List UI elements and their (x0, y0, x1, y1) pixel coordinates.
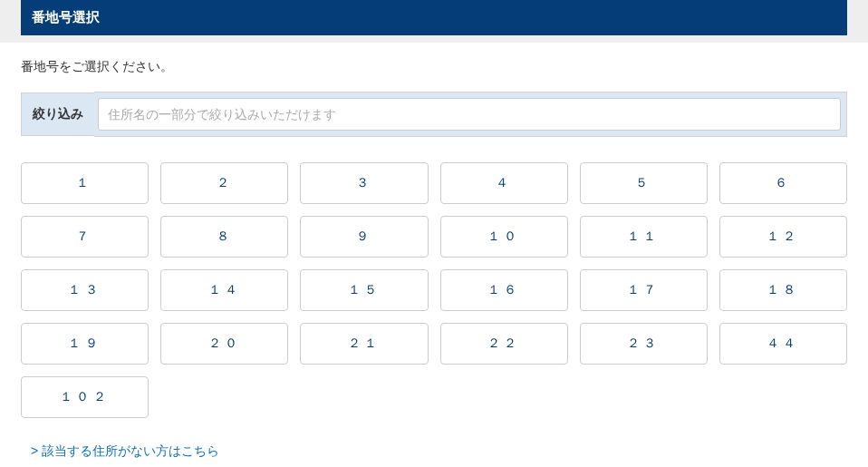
option-button[interactable]: １０２ (21, 376, 149, 418)
content-area: 番地号をご選択ください。 絞り込み １２３４５６７８９１０１１１２１３１４１５１… (0, 43, 868, 467)
option-button[interactable]: ２０ (160, 323, 288, 365)
option-button[interactable]: １８ (719, 269, 847, 311)
option-button[interactable]: ２２ (440, 323, 568, 365)
option-button[interactable]: １０ (440, 216, 568, 258)
option-button[interactable]: １４ (160, 269, 288, 311)
footer-link-wrap: > 該当する住所がない方はこちら (0, 429, 868, 467)
option-button[interactable]: ９ (300, 216, 428, 258)
option-button[interactable]: ８ (160, 216, 288, 258)
option-button[interactable]: ２ (160, 162, 288, 204)
option-button[interactable]: ２３ (580, 323, 708, 365)
options-grid-wrap: １２３４５６７８９１０１１１２１３１４１５１６１７１８１９２０２１２２２３４４１… (0, 144, 868, 429)
filter-input[interactable] (98, 98, 841, 131)
options-grid: １２３４５６７８９１０１１１２１３１４１５１６１７１８１９２０２１２２２３４４１… (21, 162, 847, 418)
option-button[interactable]: １３ (21, 269, 149, 311)
option-button[interactable]: １９ (21, 323, 149, 365)
option-button[interactable]: ４ (440, 162, 568, 204)
no-match-link[interactable]: > 該当する住所がない方はこちら (31, 443, 219, 458)
instruction-text: 番地号をご選択ください。 (0, 43, 868, 92)
option-button[interactable]: １ (21, 162, 149, 204)
filter-row: 絞り込み (21, 92, 847, 137)
page-container: 番地号選択 番地号をご選択ください。 絞り込み １２３４５６７８９１０１１１２１… (0, 0, 868, 467)
option-button[interactable]: ５ (580, 162, 708, 204)
filter-label: 絞り込み (21, 92, 94, 136)
option-button[interactable]: ３ (300, 162, 428, 204)
filter-input-wrap (94, 92, 847, 137)
option-button[interactable]: ４４ (719, 323, 847, 365)
option-button[interactable]: ２１ (300, 323, 428, 365)
option-button[interactable]: ６ (719, 162, 847, 204)
option-button[interactable]: ７ (21, 216, 149, 258)
option-button[interactable]: １６ (440, 269, 568, 311)
option-button[interactable]: １１ (580, 216, 708, 258)
option-button[interactable]: １７ (580, 269, 708, 311)
option-button[interactable]: １５ (300, 269, 428, 311)
section-title: 番地号選択 (32, 9, 100, 24)
section-header: 番地号選択 (21, 0, 847, 35)
option-button[interactable]: １２ (719, 216, 847, 258)
